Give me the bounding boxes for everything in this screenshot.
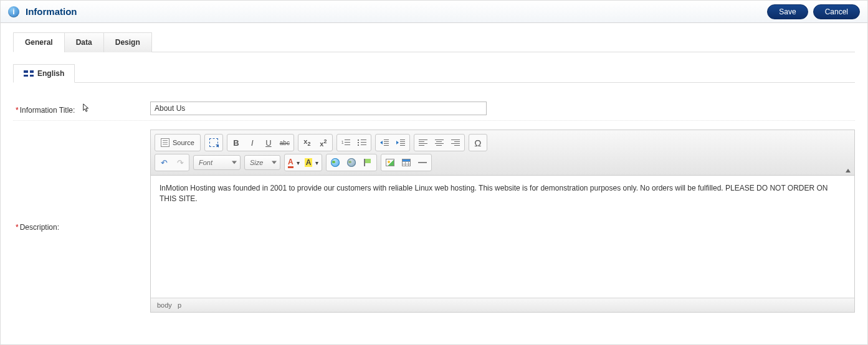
outdent-button[interactable]	[376, 135, 393, 150]
italic-button[interactable]: I	[244, 135, 260, 150]
tab-data[interactable]: Data	[64, 32, 104, 52]
unlink-button[interactable]	[343, 155, 360, 170]
language-tab-english[interactable]: English	[13, 64, 75, 83]
numbered-list-icon	[341, 139, 350, 146]
bulleted-list-button[interactable]	[354, 135, 370, 150]
horizontal-rule-icon	[418, 159, 427, 166]
image-icon	[386, 159, 394, 166]
align-right-button[interactable]	[447, 135, 464, 150]
save-button[interactable]: Save	[767, 4, 808, 19]
numbered-list-button[interactable]	[338, 135, 354, 150]
tab-general[interactable]: General	[13, 32, 65, 52]
horizontal-rule-button[interactable]	[414, 155, 431, 170]
link-button[interactable]	[327, 155, 343, 170]
font-dropdown[interactable]: Font	[193, 155, 241, 170]
special-character-button[interactable]: Ω	[470, 135, 486, 150]
globe-icon	[331, 158, 340, 167]
image-button[interactable]	[382, 155, 398, 170]
cursor-icon	[82, 103, 91, 114]
bold-button[interactable]: B	[228, 135, 244, 150]
information-title-label: *Information Title:	[13, 102, 150, 115]
editor-toolbar: Source B I U abc	[151, 130, 854, 176]
information-title-input[interactable]	[150, 102, 487, 115]
align-left-button[interactable]	[415, 135, 431, 150]
info-icon: i	[8, 6, 19, 17]
language-tab-label: English	[37, 69, 64, 78]
bulleted-list-icon	[358, 139, 366, 146]
flag-icon	[364, 159, 371, 166]
rich-text-editor: Source B I U abc	[150, 130, 855, 313]
select-icon	[209, 138, 218, 147]
editor-content-area[interactable]: InMotion Hosting was founded in 2001 to …	[151, 176, 854, 298]
select-all-button[interactable]	[206, 135, 222, 150]
chevron-down-icon	[272, 161, 277, 164]
chevron-down-icon	[232, 161, 237, 164]
tab-design[interactable]: Design	[103, 32, 152, 52]
indent-icon	[396, 139, 405, 146]
description-label: *Description:	[13, 130, 150, 232]
text-color-button[interactable]: A ▾	[285, 155, 302, 170]
align-center-icon	[435, 139, 444, 146]
table-button[interactable]	[398, 155, 414, 170]
strikethrough-button[interactable]: abc	[277, 135, 293, 150]
indent-button[interactable]	[393, 135, 409, 150]
unlink-icon	[347, 158, 356, 167]
outdent-icon	[380, 139, 389, 146]
main-tabs: General Data Design	[13, 32, 855, 52]
align-center-button[interactable]	[431, 135, 447, 150]
editor-elements-path[interactable]: body p	[151, 298, 854, 312]
table-icon	[402, 159, 411, 166]
uk-flag-icon	[24, 70, 34, 77]
underline-button[interactable]: U	[260, 135, 277, 150]
toolbar-collapse-button[interactable]	[846, 169, 851, 172]
align-left-icon	[419, 139, 427, 146]
superscript-button[interactable]: x2	[315, 135, 331, 150]
page-icon	[161, 138, 169, 147]
size-dropdown[interactable]: Size	[244, 155, 280, 170]
page-title: Information	[26, 6, 77, 17]
subscript-button[interactable]: x2	[299, 135, 315, 150]
source-button[interactable]: Source	[156, 135, 199, 150]
anchor-button[interactable]	[360, 155, 376, 170]
redo-button[interactable]: ↷	[172, 155, 188, 170]
cancel-button[interactable]: Cancel	[813, 4, 860, 19]
background-color-button[interactable]: A ▾	[302, 155, 322, 170]
page-header: i Information Save Cancel	[1, 1, 867, 23]
language-tabs: English	[13, 64, 855, 83]
align-right-icon	[451, 139, 460, 146]
undo-button[interactable]: ↶	[156, 155, 172, 170]
